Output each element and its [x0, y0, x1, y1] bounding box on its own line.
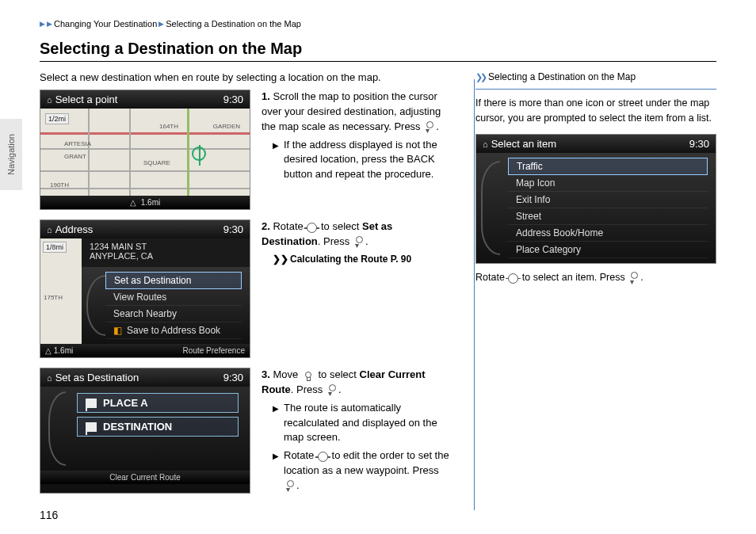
page-number: 116 — [40, 509, 58, 521]
menu-set-destination[interactable]: Set as Destination — [105, 272, 242, 289]
joystick-icon — [302, 370, 315, 381]
sidebar-note: If there is more than one icon or street… — [475, 89, 716, 126]
screen-title: Select an item — [491, 138, 556, 150]
dial-icon — [307, 223, 317, 233]
menu-street[interactable]: Street — [508, 208, 708, 225]
double-chevron-icon: ❯❯ — [475, 72, 485, 82]
waypoint-place-a[interactable]: PLACE A — [77, 393, 239, 413]
flag-icon — [86, 399, 97, 408]
dial-icon — [508, 273, 518, 284]
screenshot-select-item: ⌂Select an item 9:30 Traffic Map Icon Ex… — [475, 134, 716, 264]
menu-search-nearby[interactable]: Search Nearby — [105, 306, 242, 322]
step-number: 1. — [262, 90, 270, 102]
clock: 9:30 — [223, 223, 243, 235]
compass-icon: △ — [130, 198, 136, 207]
page-title: Selecting a Destination on the Map — [40, 40, 716, 62]
triangle-bullet-icon: ▶ — [273, 403, 279, 446]
clock: 9:30 — [223, 372, 243, 383]
clock: 9:30 — [223, 93, 243, 105]
step-number: 3. — [262, 368, 270, 380]
home-icon: ⌂ — [47, 225, 52, 235]
intro-text: Select a new destination when en route b… — [40, 71, 452, 83]
waypoint-destination[interactable]: DESTINATION — [77, 417, 239, 437]
enter-button-icon — [284, 480, 296, 491]
bookmark-icon: ◧ — [113, 325, 122, 336]
sidebar-caption: Rotate to select an item. Press . — [475, 270, 716, 285]
breadcrumb: ▶ ▶ Changing Your Destination ▶ Selectin… — [40, 19, 716, 29]
clock: 9:30 — [689, 138, 709, 150]
enter-button-icon — [326, 384, 338, 395]
menu-view-routes[interactable]: View Routes — [105, 289, 242, 306]
home-icon: ⌂ — [483, 139, 488, 149]
screen-title: Address — [55, 223, 94, 235]
triangle-bullet-icon: ▶ — [273, 140, 279, 183]
menu-place-category[interactable]: Place Category — [508, 242, 708, 258]
map-area: 1/2mi 164TH GARDEN ARTESIA GRANT 190TH S… — [40, 109, 250, 196]
scale-badge: 1/8mi — [43, 242, 67, 253]
screenshot-address: ⌂Address 9:30 1/8mi 175TH 1234 MAIN ST A… — [40, 219, 250, 358]
chevron-right-icon: ▶ — [47, 20, 52, 28]
menu-address-book[interactable]: Address Book/Home — [508, 225, 708, 242]
chevron-right-icon: ▶ — [40, 20, 45, 28]
side-tab-navigation: Navigation — [0, 119, 22, 190]
step-number: 2. — [262, 220, 270, 232]
screenshot-set-destination: ⌂Set as Destination 9:30 PLACE A DESTINA… — [40, 368, 250, 494]
distance: 1.6mi — [141, 198, 160, 207]
screen-title: Set as Destination — [55, 372, 139, 383]
home-icon: ⌂ — [47, 95, 52, 105]
column-divider — [474, 79, 475, 510]
screen-title: Select a point — [55, 93, 118, 105]
enter-button-icon — [628, 272, 640, 283]
cross-reference: ❯❯Calculating the Route P. 90 — [273, 253, 452, 266]
triangle-bullet-icon: ▶ — [273, 451, 279, 494]
breadcrumb-page: Selecting a Destination on the Map — [166, 19, 301, 29]
breadcrumb-section: Changing Your Destination — [54, 19, 157, 29]
distance: 1.6mi — [54, 346, 73, 355]
menu-traffic[interactable]: Traffic — [508, 158, 708, 175]
flag-icon — [86, 422, 97, 432]
address-line: 1234 MAIN ST — [90, 242, 240, 251]
menu-map-icon[interactable]: Map Icon — [508, 175, 708, 192]
chevron-right-icon: ▶ — [158, 20, 164, 28]
dial-icon — [318, 452, 328, 462]
footer-route-preference[interactable]: Route Preference — [183, 346, 245, 355]
compass-icon: △ — [45, 346, 52, 355]
enter-button-icon — [353, 236, 365, 247]
address-line: ANYPLACE, CA — [90, 251, 240, 261]
footer-clear-route[interactable]: Clear Current Route — [109, 473, 180, 482]
map-cursor-icon — [192, 147, 206, 161]
enter-button-icon — [424, 121, 435, 132]
screenshot-select-point: ⌂Select a point 9:30 1/2mi 164TH GARDEN … — [40, 90, 250, 210]
sidebar-heading: ❯❯ Selecting a Destination on the Map — [475, 71, 716, 82]
home-icon: ⌂ — [47, 373, 52, 383]
menu-save-address-book[interactable]: ◧Save to Address Book — [105, 322, 242, 339]
scale-badge: 1/2mi — [45, 113, 69, 124]
menu-exit-info[interactable]: Exit Info — [508, 192, 708, 208]
